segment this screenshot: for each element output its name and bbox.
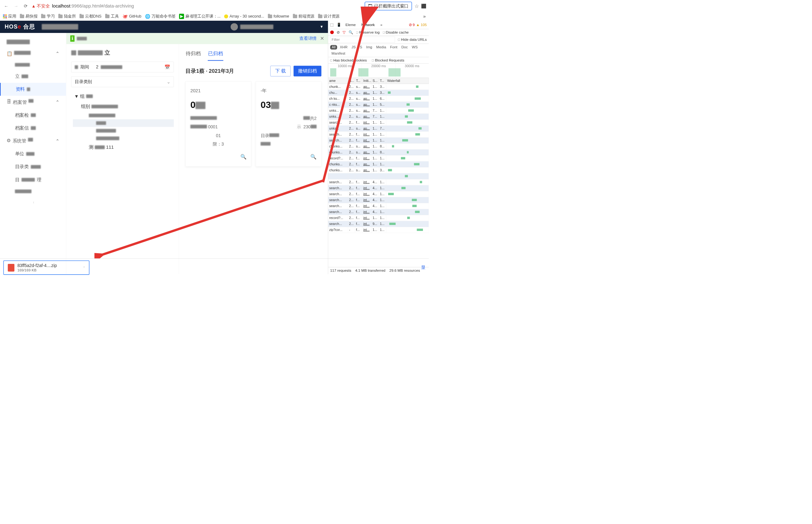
devtools-tab-network[interactable]: Network bbox=[360, 22, 376, 28]
filter-all[interactable]: All bbox=[330, 45, 337, 49]
bookmark-star-icon[interactable]: ☆ bbox=[414, 3, 419, 9]
sidebar-item[interactable]: 目理 bbox=[0, 173, 66, 186]
sidebar-item[interactable]: 单位 bbox=[0, 147, 66, 160]
sidebar-item[interactable] bbox=[0, 60, 66, 70]
network-row[interactable]: chunks...2...s...ap...1...3... bbox=[328, 167, 429, 173]
notice-close-icon[interactable]: ✕ bbox=[320, 36, 324, 42]
filter-img[interactable]: Img bbox=[365, 45, 374, 50]
disable-cache-checkbox[interactable]: Disable cache bbox=[382, 30, 409, 34]
tree-node[interactable]: ▼组 bbox=[73, 91, 174, 101]
sidebar-item[interactable] bbox=[0, 186, 66, 196]
network-row[interactable]: unks...2...s...ap...1...7... bbox=[328, 126, 429, 131]
sidebar-group[interactable]: 📋 ⌃ bbox=[0, 48, 66, 60]
filter-js[interactable]: JS bbox=[350, 45, 357, 50]
network-row[interactable]: record?...2...f...int...1...1... bbox=[328, 155, 429, 161]
bookmark-item[interactable]: 易快报 bbox=[20, 14, 37, 19]
apps-button[interactable]: 应用 bbox=[3, 14, 16, 19]
clear-icon[interactable]: ⊘ bbox=[337, 30, 340, 34]
network-row[interactable] bbox=[328, 173, 429, 179]
filter-manifest[interactable]: Manifest bbox=[330, 51, 346, 56]
network-row[interactable]: search...2...f...int...1...1... bbox=[328, 119, 429, 126]
network-row[interactable]: search...2...f...int...4...1... bbox=[328, 191, 429, 197]
network-row[interactable]: chunk...2...s...ap...1...3... bbox=[328, 84, 429, 90]
download-chip[interactable]: 83ff5a2d-f2af-4....zip 169/169 KB ⌃ bbox=[3, 260, 90, 275]
period-field[interactable]: 期间 2📅 bbox=[71, 62, 174, 72]
tree-node[interactable] bbox=[73, 127, 174, 134]
network-row[interactable]: chunks...2...f...ap...1...1... bbox=[328, 161, 429, 167]
network-row[interactable]: chu...2...s...ap...1...3... bbox=[328, 90, 429, 96]
chevron-up-icon[interactable]: ⌃ bbox=[83, 266, 85, 269]
inspect-icon[interactable]: ⬚ bbox=[330, 22, 333, 27]
network-row[interactable]: c nks...2...s...ap...1...5... bbox=[328, 102, 429, 108]
filter-media[interactable]: Media bbox=[375, 45, 387, 50]
sidebar-item-active[interactable]: 资料 bbox=[0, 83, 66, 96]
hide-data-urls-checkbox[interactable]: Hide data URLs bbox=[398, 37, 427, 42]
bookmark-item[interactable]: ▶麻省理工公开课：... bbox=[179, 14, 220, 19]
tree-node[interactable]: 组别 bbox=[73, 101, 174, 112]
sidebar-item[interactable] bbox=[0, 36, 66, 48]
network-row[interactable]: search...2...f...int...1...1... bbox=[328, 137, 429, 143]
blocked-cookies-checkbox[interactable]: Has blocked cookies bbox=[330, 58, 367, 63]
preserve-log-checkbox[interactable]: Preserve log bbox=[356, 30, 380, 34]
network-timeline[interactable]: 10000 ms 20000 ms 30000 ms bbox=[328, 64, 429, 78]
network-row[interactable]: chunks...2...s...ap...1...8... bbox=[328, 143, 429, 149]
bookmark-item[interactable]: 云都DNS bbox=[79, 14, 101, 19]
bookmark-item[interactable]: 学习 bbox=[41, 14, 54, 19]
sidebar-collapse-button[interactable]: 〈 bbox=[0, 196, 66, 209]
bookmarks-overflow[interactable]: » bbox=[423, 14, 426, 19]
network-row[interactable]: ch ks...2...s...ap...1...6... bbox=[328, 96, 429, 102]
network-row[interactable]: search...2...f...int...4...1... bbox=[328, 203, 429, 209]
network-row[interactable]: record?...2...f...int...1...1... bbox=[328, 215, 429, 221]
network-row[interactable]: zip?cor...-f...int...1...1... bbox=[328, 227, 429, 233]
archive-card[interactable]: 2021 0 0001 01 限：3 🔍 bbox=[185, 81, 251, 166]
back-button[interactable]: ← bbox=[2, 3, 10, 10]
bookmark-item[interactable]: followme bbox=[268, 14, 289, 19]
filter-doc[interactable]: Doc bbox=[400, 45, 409, 50]
avatar[interactable] bbox=[231, 23, 238, 30]
bookmark-item[interactable]: 🌐万能命令书签 bbox=[145, 14, 176, 19]
network-row[interactable]: search...2...f...int...9...1... bbox=[328, 221, 429, 227]
filter-xhr[interactable]: XHR bbox=[338, 45, 349, 50]
sidebar-item[interactable]: 档案检 bbox=[0, 109, 66, 121]
network-row[interactable]: search...2...f...int...4...1... bbox=[328, 179, 429, 185]
address-bar[interactable]: ▲ 不安全 localhost:9966/app.html#/data-arch… bbox=[31, 3, 362, 9]
col-initiator[interactable]: Initi... bbox=[362, 78, 372, 83]
col-status[interactable]: S... bbox=[348, 78, 355, 83]
bookmark-item[interactable]: 🐙GitHub bbox=[122, 14, 142, 19]
tree-node-selected[interactable] bbox=[73, 119, 174, 127]
col-name[interactable]: ame bbox=[328, 78, 348, 83]
col-waterfall[interactable]: Waterfall bbox=[386, 78, 429, 83]
network-row[interactable]: search...2...f...int...4...1... bbox=[328, 209, 429, 215]
device-icon[interactable]: 📱 bbox=[337, 22, 341, 27]
tree-node[interactable] bbox=[73, 112, 174, 119]
tab-pending[interactable]: 待归档 bbox=[185, 49, 201, 61]
bookmark-item[interactable]: 设计资源 bbox=[318, 14, 340, 19]
extension-icon[interactable]: ⬛ bbox=[421, 3, 426, 9]
filter-icon[interactable]: ▽ bbox=[343, 30, 345, 34]
filter-ws[interactable]: WS bbox=[410, 45, 419, 50]
download-button[interactable]: 下 载 bbox=[270, 66, 291, 77]
archive-card[interactable]: -年 03 共2 示 230 目录 🔍 bbox=[256, 81, 321, 166]
category-select[interactable]: 目录类别⌄ bbox=[71, 76, 174, 87]
blocked-requests-checkbox[interactable]: Blocked Requests bbox=[372, 58, 404, 63]
devtools-tab-more[interactable]: » bbox=[379, 22, 384, 28]
reload-button[interactable]: ⟳ bbox=[22, 3, 29, 10]
filter-font[interactable]: Font bbox=[389, 45, 399, 50]
col-time[interactable]: T... bbox=[379, 78, 386, 83]
show-all-downloads[interactable]: 显 bbox=[421, 265, 426, 271]
sidebar-group[interactable]: ⚙ 系统管⌃ bbox=[0, 135, 66, 147]
bookmark-item[interactable]: 工具 bbox=[105, 14, 119, 19]
filter-css[interactable]: S bbox=[358, 45, 363, 50]
user-dropdown-caret[interactable]: ▼ bbox=[320, 25, 324, 29]
record-button[interactable] bbox=[330, 30, 334, 34]
bookmark-item[interactable]: 陆金所 bbox=[59, 14, 76, 19]
tree-node[interactable]: 测111 bbox=[73, 142, 174, 152]
network-row[interactable]: search...2...f...int...1...1... bbox=[328, 131, 429, 137]
tab-archived[interactable]: 已归档 bbox=[208, 49, 223, 61]
sidebar-group[interactable]: 🗄 档案管⌃ bbox=[0, 96, 66, 109]
network-row[interactable]: search...2...f...int...4...1... bbox=[328, 185, 429, 191]
view-icon[interactable]: 🔍 bbox=[190, 152, 246, 162]
search-icon[interactable]: 🔍 bbox=[349, 30, 353, 34]
col-type[interactable]: T... bbox=[355, 78, 362, 83]
view-icon[interactable]: 🔍 bbox=[261, 152, 317, 162]
